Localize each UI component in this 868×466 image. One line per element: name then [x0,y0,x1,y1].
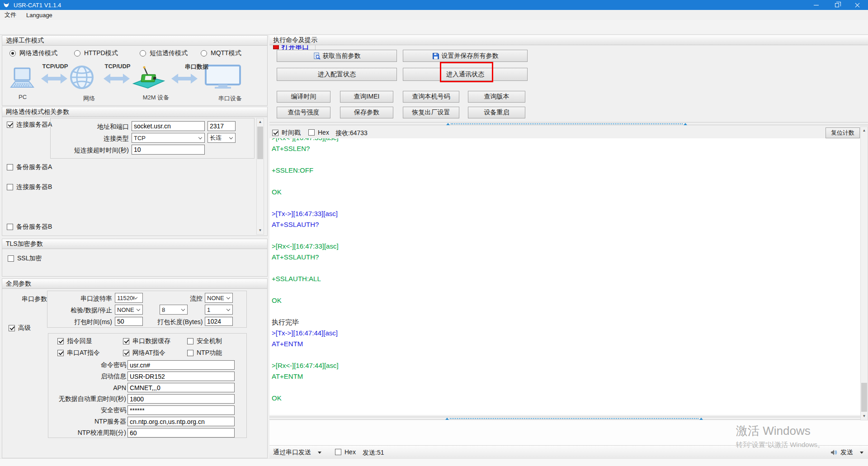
send-via-button[interactable]: 通过串口发送 [273,448,321,457]
scroll-up-icon[interactable]: ▲ [861,127,868,134]
packtime-label: 打包时间(ms) [65,318,112,326]
option-checkbox[interactable]: 指令回显 [57,337,92,345]
log-hex-checkbox[interactable]: Hex [308,129,329,136]
option-checkbox[interactable]: 网络AT指令 [123,349,165,357]
restore-button[interactable] [826,0,847,10]
checkbox-icon [272,130,278,136]
log-area[interactable]: >[Rx<-][16:47:33][asc]AT+SSLEN?+SSLEN:OF… [269,138,861,415]
server-b-checkbox[interactable]: 连接服务器B [7,183,52,191]
serial-baud-select[interactable]: 115200 [115,293,143,303]
work-mode-radio[interactable]: 短信透传模式 [140,49,188,57]
splitter-handle[interactable] [450,418,698,419]
advanced-checkbox[interactable]: 高级 [9,324,31,332]
module-icon [132,66,166,93]
option-checkbox[interactable]: 安全机制 [187,337,222,345]
chevron-down-icon [181,307,185,311]
net-params-scrollbar[interactable]: ▲ ▼ [256,118,264,235]
log-line: OK [272,393,861,404]
command-button[interactable]: 设备重启 [468,107,525,118]
scroll-down-icon[interactable]: ▼ [257,227,264,234]
log-line: >[Tx->][16:47:44][asc] [272,328,861,339]
timeout-input[interactable] [132,145,205,155]
search-doc-icon [313,52,321,60]
serial-params-label: 串口参数 [22,295,47,303]
menu-item[interactable]: Language [26,12,52,19]
option-checkbox[interactable]: 串口AT指令 [57,349,100,357]
command-button[interactable]: 查询本机号码 [403,91,459,103]
param-input[interactable] [127,394,235,404]
monitor-icon [204,65,242,93]
param-input[interactable] [127,428,235,438]
param-input[interactable] [127,372,235,381]
ssl-checkbox[interactable]: SSL加密 [8,254,42,263]
scroll-down-icon[interactable]: ▼ [861,413,868,420]
server-port-input[interactable] [208,121,236,131]
enter-config-button[interactable]: 进入配置状态 [277,68,397,81]
server-a-checkbox[interactable]: 连接服务器A [7,121,52,129]
splitter-bottom[interactable] [269,417,868,420]
backup-b-checkbox[interactable]: 备份服务器B [7,223,52,231]
checkbox-icon [7,224,13,230]
option-label: 网络AT指令 [132,349,165,357]
param-field: NTP服务器 [49,416,245,427]
serial-parity-select[interactable]: NONE [115,305,143,315]
serial-databits-select[interactable]: 8 [160,305,188,315]
minimize-button[interactable] [806,0,826,10]
minimize-icon [814,5,819,5]
reset-count-button[interactable]: 复位计数 [826,127,860,138]
checkbox-icon [7,184,13,190]
param-input[interactable] [127,383,235,392]
net-params-group: 网络透传模式相关参数 连接服务器A 地址和端口 连接类型 TCP 长连 短连接超… [2,107,268,236]
watermark-line2: 转到“设置”以激活 Windows。 [736,441,824,449]
command-button[interactable]: 保存参数 [340,107,393,118]
close-button[interactable] [847,0,868,10]
keepalive-select[interactable]: 长连 [208,133,236,143]
serial-line-label: 检验/数据/停止 [65,306,112,315]
conn-type-label: 连接类型 [52,135,129,143]
command-button[interactable]: 编译时间 [277,91,330,103]
command-button[interactable]: 查信号强度 [277,107,330,118]
command-button[interactable]: 查询版本 [468,91,525,103]
packtime-input[interactable] [115,317,143,326]
set-save-button[interactable]: 设置并保存所有参数 [403,50,528,62]
scrollbar-thumb[interactable] [257,127,263,159]
command-button[interactable]: 查询IMEI [340,91,393,103]
log-line: >[Tx->][16:47:33][asc] [272,208,861,219]
link-arrow-icon [171,74,198,84]
server-addr-input[interactable] [132,121,205,131]
log-line: AT+SSLAUTH? [272,252,861,263]
splitter-top[interactable] [269,122,868,125]
scroll-up-icon[interactable]: ▲ [257,118,264,126]
timestamp-checkbox[interactable]: 时间戳 [272,129,301,137]
flow-select[interactable]: NONE [205,293,233,303]
serial-stopbits-select[interactable]: 1 [205,305,233,315]
splitter-handle[interactable] [451,123,683,124]
packlen-input[interactable] [205,317,233,326]
param-field: APN [49,382,245,393]
param-field: 启动信息 [49,371,245,382]
timeout-label: 短连接超时时间(秒) [52,146,129,155]
menu-item[interactable]: 文件 [5,11,16,19]
send-button[interactable]: 发送 [830,448,863,457]
param-input[interactable] [127,360,235,370]
log-line: +SSLAUTH:ALL [272,273,861,284]
globe-icon [69,65,94,92]
conn-type-select[interactable]: TCP [132,133,205,143]
log-scrollbar[interactable]: ▲ ▼ [860,127,868,420]
option-checkbox[interactable]: NTP功能 [187,349,222,357]
param-input[interactable] [127,417,235,426]
send-hex-checkbox[interactable]: Hex [335,448,356,456]
scrollbar-thumb[interactable] [861,383,867,412]
work-mode-radio[interactable]: MQTT模式 [201,49,241,57]
get-params-button[interactable]: 获取当前参数 [277,50,397,62]
work-mode-radio[interactable]: 网络透传模式 [9,49,57,57]
checkbox-icon [123,350,129,356]
param-input[interactable] [127,405,235,415]
toolbar: [PC串口参数]：串口号 COM4 波特率 115200 检验/数据/停止 NO… [0,20,868,35]
command-button[interactable]: 恢复出厂设置 [403,107,459,118]
log-line: OK [272,295,861,306]
link-label: TCP/UDP [104,63,130,70]
work-mode-radio[interactable]: HTTPD模式 [74,49,118,57]
backup-a-checkbox[interactable]: 备份服务器A [7,163,52,171]
option-checkbox[interactable]: 串口数据缓存 [123,337,170,345]
